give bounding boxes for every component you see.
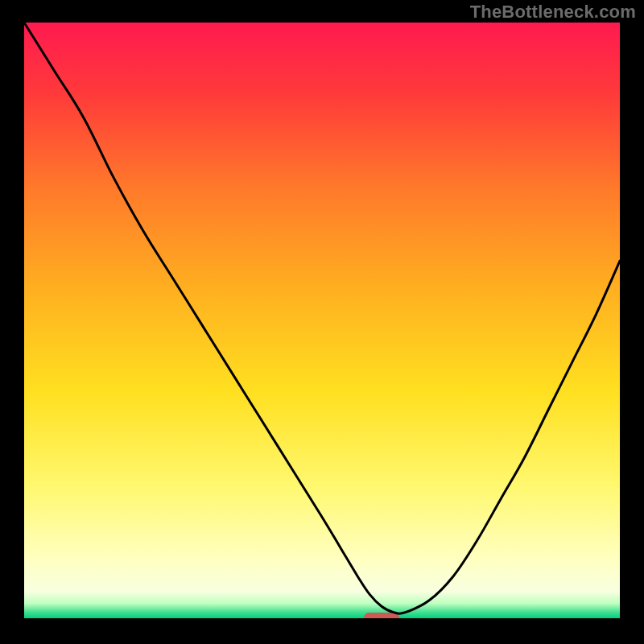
- chart-container: TheBottleneck.com: [0, 0, 644, 644]
- watermark-text: TheBottleneck.com: [470, 2, 636, 23]
- bottleneck-chart: [24, 23, 620, 618]
- chart-background: [24, 23, 620, 618]
